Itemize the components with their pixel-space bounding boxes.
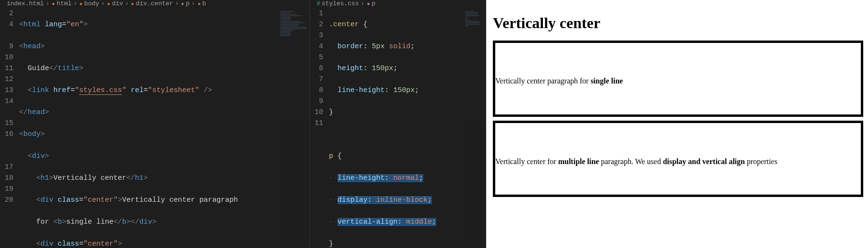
html-icon: ⬥ bbox=[107, 0, 111, 7]
breadcrumb-sep: › bbox=[46, 0, 50, 7]
line-number: 5 bbox=[310, 52, 323, 63]
line-number bbox=[0, 151, 13, 162]
code-line[interactable]: } bbox=[329, 238, 486, 248]
code-line[interactable]: <body> bbox=[19, 129, 309, 140]
line-number: 19 bbox=[0, 184, 13, 195]
breadcrumb-sep: › bbox=[125, 0, 129, 7]
line-number: 16 bbox=[0, 129, 13, 140]
html-icon: ⬥ bbox=[181, 0, 184, 7]
code-line[interactable]: for <b>single line</b></div> bbox=[19, 217, 309, 227]
css-icon: # bbox=[317, 0, 320, 7]
line-number: 6 bbox=[310, 63, 323, 74]
breadcrumb-left[interactable]: index.html › ⬥html › ⬥body › ⬥div › ⬥div… bbox=[0, 0, 309, 7]
breadcrumb-div[interactable]: ⬥div bbox=[107, 0, 123, 7]
html-icon: ⬥ bbox=[197, 0, 201, 7]
html-icon: ⬥ bbox=[51, 0, 55, 7]
line-number: 14 bbox=[0, 96, 13, 107]
html-icon: ⬥ bbox=[79, 0, 83, 7]
breadcrumb-p[interactable]: ⬥ p bbox=[367, 0, 376, 7]
line-number: 2 bbox=[0, 8, 13, 19]
preview-paragraph: Vertically center for multiple line para… bbox=[495, 157, 777, 166]
code-line[interactable]: <html lang="en"> bbox=[19, 19, 309, 30]
code-line[interactable]: p { bbox=[329, 151, 486, 162]
line-number: 17 bbox=[0, 162, 13, 173]
line-number: 10 bbox=[0, 52, 13, 63]
line-number bbox=[0, 30, 13, 41]
code-line[interactable]: .center { bbox=[329, 19, 486, 30]
left-gutter: 2 4 9 10 11 12 13 14 15 16 17 18 19 20 bbox=[0, 7, 19, 248]
line-number: 1 bbox=[310, 8, 323, 19]
code-line[interactable]: <div class="center">Vertically center pa… bbox=[19, 195, 309, 206]
code-line[interactable]: <head> bbox=[19, 41, 309, 52]
breadcrumb-b[interactable]: ⬥b bbox=[197, 0, 206, 7]
code-line[interactable]: } bbox=[329, 107, 486, 118]
line-number: 2 bbox=[310, 19, 323, 30]
line-number: 12 bbox=[0, 74, 13, 85]
right-gutter: 1 2 3 4 5 6 7 8 9 10 11 bbox=[310, 7, 329, 248]
breadcrumb-file[interactable]: # styles.css bbox=[317, 0, 359, 7]
line-number: 3 bbox=[310, 30, 323, 41]
line-number: 4 bbox=[0, 19, 13, 30]
code-line[interactable]: ··vertical-align:·middle; bbox=[329, 217, 486, 227]
line-number: 10 bbox=[310, 107, 323, 118]
preview-text: Vertically center paragraph for single l… bbox=[495, 77, 623, 85]
line-number: 11 bbox=[310, 118, 323, 129]
line-number: 11 bbox=[0, 63, 13, 74]
code-line[interactable]: <div class="center"> bbox=[19, 238, 309, 248]
code-line[interactable]: <link href="styles.css" rel="stylesheet"… bbox=[19, 85, 309, 96]
left-code-area[interactable]: 2 4 9 10 11 12 13 14 15 16 17 18 19 20 <… bbox=[0, 7, 309, 248]
breadcrumb-sep: › bbox=[192, 0, 195, 7]
code-line[interactable]: </head> bbox=[19, 107, 309, 118]
code-line[interactable]: ··line-height:·normal; bbox=[329, 173, 486, 184]
code-line[interactable]: border: 5px solid; bbox=[329, 41, 486, 52]
line-number: 7 bbox=[310, 74, 323, 85]
line-number: 15 bbox=[0, 118, 13, 129]
browser-preview: Vertically center Vertically center para… bbox=[486, 0, 868, 248]
code-line[interactable]: line-height: 150px; bbox=[329, 85, 486, 96]
breadcrumb-file[interactable]: index.html bbox=[7, 0, 44, 7]
left-minimap[interactable] bbox=[279, 10, 309, 239]
line-number: 18 bbox=[0, 173, 13, 184]
code-line[interactable] bbox=[329, 129, 486, 140]
breadcrumb-sep: › bbox=[101, 0, 105, 7]
line-number: 20 bbox=[0, 195, 13, 206]
html-icon: ⬥ bbox=[131, 0, 134, 7]
code-line[interactable]: <h1>Vertically center</h1> bbox=[19, 173, 309, 184]
line-number: 9 bbox=[0, 41, 13, 52]
line-number bbox=[0, 140, 13, 151]
preview-box-multi: Vertically center for multiple line para… bbox=[493, 121, 863, 197]
breadcrumb-sep: › bbox=[73, 0, 77, 7]
line-number: 8 bbox=[310, 85, 323, 96]
right-editor-pane: # styles.css › ⬥ p 1 2 3 4 5 6 7 8 9 10 … bbox=[310, 0, 486, 248]
right-code[interactable]: .center { border: 5px solid; height: 150… bbox=[329, 7, 486, 248]
code-line[interactable]: Guide</title> bbox=[19, 63, 309, 74]
breadcrumb-p[interactable]: ⬥p bbox=[181, 0, 190, 7]
breadcrumb-html[interactable]: ⬥html bbox=[51, 0, 71, 7]
preview-box-single: Vertically center paragraph for single l… bbox=[493, 41, 863, 117]
code-line[interactable]: height: 150px; bbox=[329, 63, 486, 74]
right-minimap[interactable] bbox=[464, 10, 486, 239]
right-code-area[interactable]: 1 2 3 4 5 6 7 8 9 10 11 .center { border… bbox=[310, 7, 486, 248]
breadcrumb-body[interactable]: ⬥body bbox=[79, 0, 99, 7]
breadcrumb-sep: › bbox=[361, 0, 365, 7]
line-number bbox=[0, 107, 13, 118]
code-line[interactable]: <div> bbox=[19, 151, 309, 162]
line-number: 9 bbox=[310, 96, 323, 107]
breadcrumb-right[interactable]: # styles.css › ⬥ p bbox=[310, 0, 486, 7]
line-number: 4 bbox=[310, 41, 323, 52]
code-line[interactable]: ··display:·inline-block; bbox=[329, 195, 486, 206]
breadcrumb-div-center[interactable]: ⬥div.center bbox=[131, 0, 173, 7]
left-code[interactable]: <html lang="en"> <head> Guide</title> <l… bbox=[19, 7, 309, 248]
preview-heading: Vertically center bbox=[493, 14, 863, 32]
line-number: 13 bbox=[0, 85, 13, 96]
breadcrumb-sep: › bbox=[175, 0, 179, 7]
symbol-icon: ⬥ bbox=[367, 0, 370, 7]
left-editor-pane: index.html › ⬥html › ⬥body › ⬥div › ⬥div… bbox=[0, 0, 310, 248]
